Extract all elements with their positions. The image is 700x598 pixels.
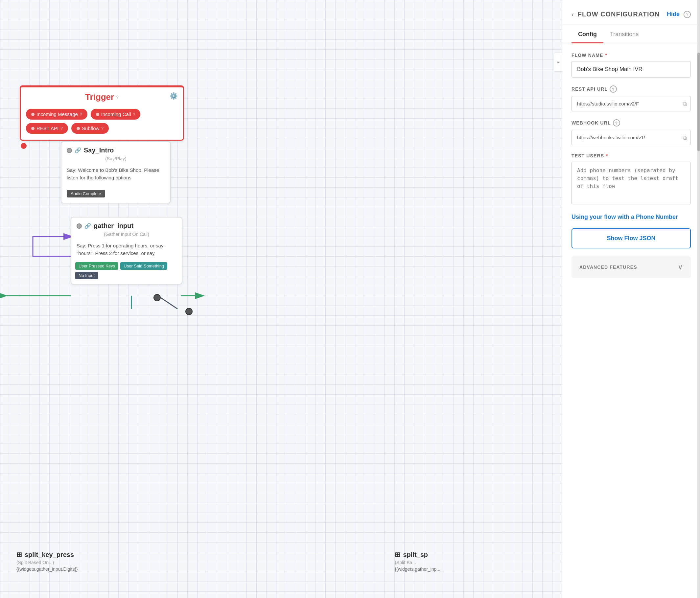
- incoming-message-button[interactable]: Incoming Message ?: [26, 109, 88, 120]
- svg-point-15: [186, 308, 192, 315]
- incoming-call-help: ?: [133, 112, 135, 117]
- rest-api-label: REST API: [36, 126, 58, 131]
- gather-input-widget: 🔗 gather_input (Gather Input On Call) Sa…: [71, 217, 182, 284]
- trigger-help-icon: ?: [116, 95, 119, 100]
- subflow-dot: [77, 127, 80, 130]
- svg-line-13: [158, 296, 177, 309]
- panel-content: FLOW NAME * REST API URL ? ⧉ WEBHOOK URL…: [562, 43, 700, 598]
- panel-header: ‹ FLOW CONFIGURATION Hide ?: [562, 0, 700, 25]
- split-sp-widget: ⊞ split_sp (Split Ba... {{widgets.gather…: [395, 551, 441, 572]
- trigger-gear-icon[interactable]: ⚙️: [170, 92, 178, 100]
- svg-point-1: [21, 143, 27, 149]
- trigger-buttons-container: Incoming Message ? Incoming Call ? REST …: [21, 105, 183, 140]
- flow-name-required: *: [605, 53, 607, 58]
- split-key-press-icon: ⊞: [17, 551, 22, 558]
- webhook-url-input[interactable]: [572, 130, 691, 145]
- split-sp-icon: ⊞: [395, 551, 400, 558]
- say-intro-title: Say_Intro: [84, 147, 114, 154]
- test-users-label: TEST USERS *: [572, 153, 691, 158]
- trigger-title: Trigger: [85, 92, 114, 102]
- rest-api-url-wrapper: ⧉: [572, 96, 691, 111]
- rest-api-url-input[interactable]: [572, 96, 691, 111]
- subflow-button[interactable]: Subflow ?: [71, 123, 109, 134]
- hide-button[interactable]: Hide: [667, 11, 680, 18]
- split-key-press-subtitle: (Split Based On...): [17, 560, 78, 565]
- subflow-label: Subflow: [82, 126, 99, 131]
- user-said-something-tag: User Said Something: [120, 262, 167, 270]
- split-sp-title: ⊞ split_sp: [395, 551, 441, 558]
- rest-api-button[interactable]: REST API ?: [26, 123, 68, 134]
- split-sp-subtitle: (Split Ba...: [395, 560, 441, 565]
- back-arrow-button[interactable]: ‹: [572, 10, 574, 18]
- split-key-press-title: ⊞ split_key_press: [17, 551, 78, 558]
- incoming-call-label: Incoming Call: [101, 111, 131, 117]
- right-panel: ‹ FLOW CONFIGURATION Hide ? Config Trans…: [562, 0, 700, 598]
- incoming-call-dot: [96, 113, 99, 116]
- test-users-required: *: [606, 153, 608, 158]
- webhook-help-icon[interactable]: ?: [613, 119, 620, 126]
- gather-input-icon: 🔗: [84, 223, 91, 229]
- say-intro-header: 🔗 Say_Intro: [61, 142, 170, 156]
- advanced-chevron-icon: ∨: [678, 263, 683, 271]
- scrollbar-track[interactable]: [697, 0, 700, 598]
- gather-input-status-dot: [77, 223, 82, 229]
- say-intro-subtitle: (Say/Play): [61, 156, 170, 164]
- say-intro-status-dot: [67, 148, 72, 153]
- show-flow-json-button[interactable]: Show Flow JSON: [572, 228, 691, 248]
- panel-title: FLOW CONFIGURATION: [578, 10, 663, 18]
- collapse-panel-button[interactable]: «: [554, 53, 562, 72]
- tab-config[interactable]: Config: [572, 25, 603, 43]
- rest-api-help: ?: [60, 126, 63, 131]
- gather-input-header: 🔗 gather_input: [71, 218, 182, 232]
- split-sp-code: {{widgets.gather_inp...: [395, 567, 441, 572]
- say-intro-body: Say: Welcome to Bob's Bike Shop. Please …: [61, 164, 170, 186]
- flow-name-label: FLOW NAME *: [572, 53, 691, 58]
- incoming-call-button[interactable]: Incoming Call ?: [91, 109, 141, 120]
- no-input-tag: No Input: [75, 272, 98, 279]
- panel-tabs: Config Transitions: [562, 25, 700, 43]
- webhook-url-wrapper: ⧉: [572, 130, 691, 145]
- incoming-message-help: ?: [80, 112, 82, 117]
- scrollbar-thumb[interactable]: [697, 53, 700, 151]
- flow-name-input[interactable]: [572, 61, 691, 78]
- subflow-help: ?: [101, 126, 103, 131]
- gather-input-subtitle: (Gather Input On Call): [71, 232, 182, 240]
- rest-api-url-label: REST API URL ?: [572, 85, 691, 93]
- phone-number-link[interactable]: Using your flow with a Phone Number: [572, 214, 691, 221]
- header-help-icon[interactable]: ?: [683, 11, 691, 18]
- advanced-features-label: ADVANCED FEATURES: [579, 265, 637, 270]
- incoming-message-dot: [31, 113, 34, 116]
- gather-input-body: Say: Press 1 for operating hours, or say…: [71, 240, 182, 262]
- svg-point-14: [154, 294, 160, 301]
- canvas-area: «: [0, 0, 562, 598]
- split-key-press-code: {{widgets.gather_input.Digits}}: [17, 567, 78, 572]
- user-pressed-keys-tag: User Pressed Keys: [75, 262, 118, 270]
- rest-api-help-icon[interactable]: ?: [609, 85, 617, 93]
- advanced-features-section[interactable]: ADVANCED FEATURES ∨: [572, 256, 691, 278]
- test-users-input[interactable]: [572, 161, 691, 204]
- incoming-message-label: Incoming Message: [36, 111, 78, 117]
- trigger-widget: Trigger ? ⚙️ Incoming Message ? Incoming…: [20, 85, 184, 141]
- split-key-press-widget: ⊞ split_key_press (Split Based On...) {{…: [17, 551, 78, 572]
- rest-api-copy-icon[interactable]: ⧉: [682, 100, 687, 107]
- audio-complete-tag: Audio Complete: [67, 190, 105, 197]
- say-intro-widget: 🔗 Say_Intro (Say/Play) Say: Welcome to B…: [61, 141, 171, 203]
- rest-api-dot: [31, 127, 34, 130]
- webhook-url-label: WEBHOOK URL ?: [572, 119, 691, 126]
- trigger-header: Trigger ? ⚙️: [21, 88, 183, 105]
- say-intro-icon: 🔗: [75, 147, 81, 153]
- tab-transitions[interactable]: Transitions: [603, 25, 645, 43]
- gather-input-tags: User Pressed Keys User Said Something No…: [71, 262, 182, 284]
- webhook-copy-icon[interactable]: ⧉: [682, 134, 687, 141]
- gather-input-title: gather_input: [94, 222, 133, 230]
